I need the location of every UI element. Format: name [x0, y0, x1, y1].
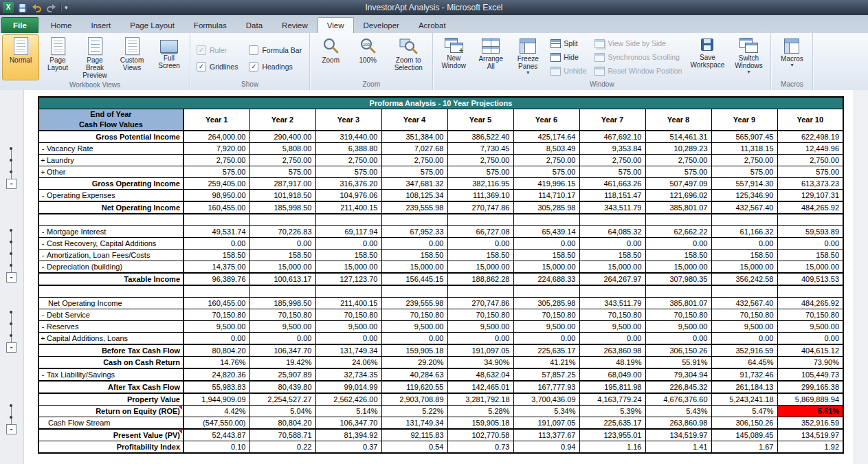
value-cell[interactable]: 70,150.80	[315, 309, 381, 321]
excel-app-icon[interactable]: X	[3, 2, 14, 13]
value-cell[interactable]: 2,750.00	[513, 155, 579, 166]
value-cell[interactable]: 101,918.50	[249, 190, 315, 202]
year-header-cell[interactable]: Year 6	[513, 109, 579, 131]
value-cell[interactable]: 142,465.01	[447, 381, 513, 393]
value-cell[interactable]: 305,285.98	[513, 201, 579, 214]
value-cell[interactable]: 0.00	[711, 238, 777, 250]
value-cell[interactable]: (547,550.00)	[183, 417, 249, 430]
value-cell[interactable]: 419,996.15	[513, 178, 579, 190]
value-cell[interactable]: 98,950.00	[183, 190, 249, 202]
value-cell[interactable]	[381, 214, 447, 226]
value-cell[interactable]	[711, 214, 777, 226]
value-cell[interactable]: 185,998.50	[249, 201, 315, 214]
page-break-preview-button[interactable]: Page Break Preview	[76, 34, 113, 80]
value-cell[interactable]: 425,174.64	[513, 131, 579, 143]
tab-review[interactable]: Review	[272, 17, 318, 33]
value-cell[interactable]: 3,281,792.18	[447, 393, 513, 406]
value-cell[interactable]: 34.90%	[447, 357, 513, 369]
value-cell[interactable]: 59,593.89	[777, 226, 843, 238]
view-side-by-side-button[interactable]: View Side by Side	[592, 37, 685, 50]
value-cell[interactable]: 385,801.07	[645, 201, 711, 214]
row-label-cell[interactable]: -Vacancy Rate	[38, 143, 183, 155]
value-cell[interactable]: 70,588.71	[249, 429, 315, 441]
value-cell[interactable]: 111,369.10	[447, 190, 513, 202]
value-cell[interactable]: 167,777.93	[513, 381, 579, 393]
value-cell[interactable]: 484,265.92	[777, 298, 843, 309]
new-window-button[interactable]: + New Window	[435, 34, 472, 80]
value-cell[interactable]: 24.06%	[315, 357, 381, 369]
outline-collapse-button[interactable]: -	[6, 342, 16, 353]
value-cell[interactable]: 0.00	[645, 333, 711, 345]
row-label-cell[interactable]: After Tax Cash Flow	[38, 381, 183, 393]
value-cell[interactable]: 263,860.98	[645, 417, 711, 430]
value-cell[interactable]: 105,449.73	[777, 368, 843, 381]
value-cell[interactable]: 19.42%	[249, 357, 315, 369]
value-cell[interactable]: 49,531.74	[183, 226, 249, 238]
year-header-cell[interactable]: Year 3	[315, 109, 381, 131]
tab-acrobat[interactable]: Acrobat	[409, 17, 456, 33]
value-cell[interactable]: 40,284.63	[381, 368, 447, 381]
formula-bar-checkbox[interactable]: Formula Bar	[249, 43, 302, 58]
full-screen-button[interactable]: Full Screen	[151, 34, 188, 80]
value-cell[interactable]: 9,500.00	[183, 321, 249, 333]
zoom-to-selection-button[interactable]: Zoom to Selection	[386, 34, 430, 80]
value-cell[interactable]: 0.00	[381, 333, 447, 345]
outline-collapse-button[interactable]: -	[6, 272, 16, 283]
tab-data[interactable]: Data	[236, 17, 272, 33]
value-cell[interactable]: 5.22%	[381, 406, 447, 417]
tab-home[interactable]: Home	[41, 17, 82, 33]
value-cell[interactable]: 225,635.17	[579, 417, 645, 430]
value-cell[interactable]: 575.00	[315, 166, 381, 178]
value-cell[interactable]: 211,400.15	[315, 201, 381, 214]
value-cell[interactable]: 0.73	[447, 441, 513, 454]
value-cell[interactable]: 15,000.00	[315, 261, 381, 274]
custom-views-button[interactable]: Custom Views	[113, 34, 151, 80]
value-cell[interactable]: 195,811.98	[579, 381, 645, 393]
value-cell[interactable]: 158.50	[249, 250, 315, 261]
value-cell[interactable]: 15,000.00	[447, 261, 513, 274]
value-cell[interactable]: 156,445.15	[381, 273, 447, 285]
value-cell[interactable]: 211,400.15	[315, 298, 381, 309]
value-cell[interactable]: 9,500.00	[381, 321, 447, 333]
year-header-cell[interactable]: Year 9	[711, 109, 777, 131]
value-cell[interactable]: 81,394.92	[315, 429, 381, 441]
value-cell[interactable]: 575.00	[447, 166, 513, 178]
value-cell[interactable]: 9,500.00	[249, 321, 315, 333]
year-header-cell[interactable]: Year 7	[579, 109, 645, 131]
value-cell[interactable]: 2,750.00	[711, 155, 777, 166]
tab-view[interactable]: View	[318, 17, 354, 33]
value-cell[interactable]: 158.50	[579, 250, 645, 261]
value-cell[interactable]: 191,097.05	[447, 344, 513, 357]
value-cell[interactable]: 404,615.12	[777, 344, 843, 357]
value-cell[interactable]: 160,455.00	[183, 298, 249, 309]
value-cell[interactable]: 2,903,708.89	[381, 393, 447, 406]
value-cell[interactable]: 7,730.45	[447, 143, 513, 155]
value-cell[interactable]: 118,151.47	[579, 190, 645, 202]
value-cell[interactable]: 306,150.26	[645, 344, 711, 357]
value-cell[interactable]: 0.00	[777, 238, 843, 250]
value-cell[interactable]: 0.00	[447, 238, 513, 250]
value-cell[interactable]: 15,000.00	[711, 261, 777, 274]
value-cell[interactable]: 352,916.59	[711, 344, 777, 357]
value-cell[interactable]: 1.41	[645, 441, 711, 454]
value-cell[interactable]: 0.10	[183, 441, 249, 454]
value-cell[interactable]: 1.92	[777, 441, 843, 454]
value-cell[interactable]: 70,150.80	[645, 309, 711, 321]
value-cell[interactable]: 65,439.14	[513, 226, 579, 238]
value-cell[interactable]: 575.00	[579, 166, 645, 178]
value-cell[interactable]: 264,000.00	[183, 131, 249, 143]
corner-header-cell[interactable]: End of Year Cash Flow Values	[38, 109, 183, 131]
value-cell[interactable]: 15,000.00	[777, 261, 843, 274]
normal-view-button[interactable]: Normal	[2, 34, 39, 80]
ruler-checkbox[interactable]: ✓ Ruler	[197, 43, 238, 58]
value-cell[interactable]: 48,632.04	[447, 368, 513, 381]
value-cell[interactable]: 64,085.32	[579, 226, 645, 238]
value-cell[interactable]: 7,027.68	[381, 143, 447, 155]
value-cell[interactable]: 15,000.00	[249, 261, 315, 274]
value-cell[interactable]: 73.90%	[777, 357, 843, 369]
value-cell[interactable]: 15,000.00	[579, 261, 645, 274]
value-cell[interactable]: 386,522.40	[447, 131, 513, 143]
redo-button[interactable]	[45, 1, 57, 14]
row-label-cell[interactable]: Cash Flow Stream	[38, 417, 183, 430]
value-cell[interactable]: 15,000.00	[381, 261, 447, 274]
